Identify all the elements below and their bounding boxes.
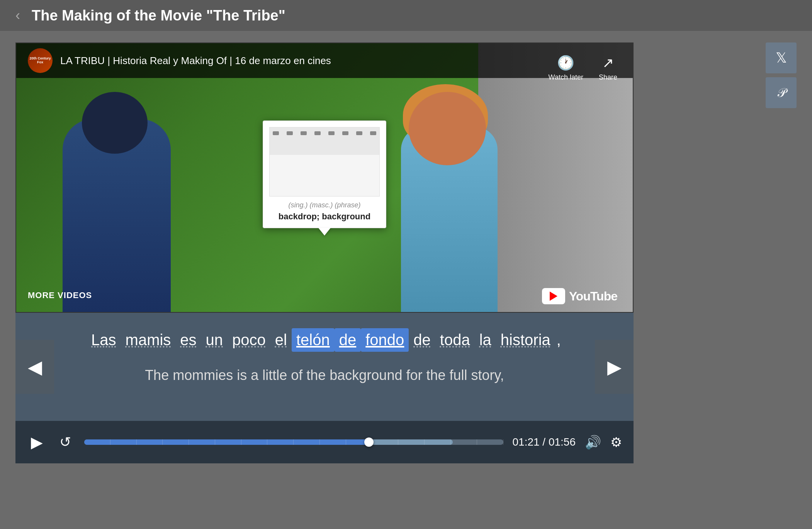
prev-subtitle-button[interactable]: ◀ bbox=[15, 340, 54, 394]
popup-image bbox=[269, 127, 380, 197]
tick bbox=[189, 439, 215, 445]
pinterest-button[interactable]: 𝒫 bbox=[766, 77, 797, 108]
twitter-icon: 𝕏 bbox=[776, 50, 787, 66]
time-total: 01:56 bbox=[549, 436, 576, 448]
studio-light bbox=[342, 131, 348, 135]
tick bbox=[267, 439, 294, 445]
next-subtitle-button[interactable]: ▶ bbox=[595, 340, 634, 394]
tick bbox=[398, 439, 425, 445]
figure-left-head bbox=[82, 92, 148, 154]
popup-definition: backdrop; background bbox=[269, 212, 380, 222]
page-title: The Making of the Movie "The Tribe" bbox=[32, 7, 285, 24]
channel-title: LA TRIBU | Historia Real y Making Of | 1… bbox=[60, 55, 331, 67]
time-separator: / bbox=[540, 436, 549, 448]
avatar-text: 20th Century Fox bbox=[29, 57, 51, 64]
figure-left bbox=[63, 119, 171, 312]
main-container: 20th Century Fox LA TRIBU | Historia Rea… bbox=[0, 31, 812, 475]
studio-light bbox=[273, 131, 279, 135]
time-display: 01:21 / 01:56 bbox=[513, 436, 576, 448]
word-definition-popup: (sing.) (masc.) (phrase) backdrop; backg… bbox=[263, 120, 386, 228]
tick bbox=[372, 439, 399, 445]
studio-light bbox=[287, 131, 293, 135]
video-wall bbox=[478, 43, 633, 312]
content-area: 20th Century Fox LA TRIBU | Historia Rea… bbox=[15, 42, 758, 463]
punctuation: , bbox=[555, 328, 562, 352]
twitter-button[interactable]: 𝕏 bbox=[766, 42, 797, 73]
play-button[interactable]: ▶ bbox=[27, 432, 46, 452]
figure-right bbox=[401, 127, 498, 312]
english-subtitle: The mommies is a little of the backgroun… bbox=[46, 367, 603, 383]
header: ‹ The Making of the Movie "The Tribe" bbox=[0, 0, 812, 31]
video-player[interactable]: 20th Century Fox LA TRIBU | Historia Rea… bbox=[15, 42, 634, 313]
tick bbox=[215, 439, 241, 445]
progress-handle[interactable] bbox=[364, 437, 374, 447]
studio-light bbox=[356, 131, 362, 135]
popup-arrow bbox=[318, 228, 331, 236]
watch-later-label: Watch later bbox=[549, 73, 583, 81]
tick bbox=[110, 439, 137, 445]
youtube-play-icon bbox=[550, 292, 557, 301]
youtube-icon bbox=[542, 288, 565, 304]
clock-icon: 🕐 bbox=[557, 55, 574, 71]
word-poco[interactable]: poco bbox=[228, 328, 270, 352]
tick bbox=[451, 439, 477, 445]
progress-ticks bbox=[84, 439, 503, 445]
studio-light bbox=[370, 131, 376, 135]
tick bbox=[84, 439, 110, 445]
tick bbox=[477, 439, 503, 445]
popup-word-type: (sing.) (masc.) (phrase) bbox=[269, 201, 380, 209]
word-fondo[interactable]: fondo bbox=[361, 328, 409, 352]
watch-later-button[interactable]: 🕐 Watch later bbox=[549, 55, 583, 81]
tick bbox=[163, 439, 189, 445]
word-de[interactable]: de bbox=[335, 328, 361, 352]
word-un[interactable]: un bbox=[201, 328, 228, 352]
word-la[interactable]: la bbox=[475, 328, 496, 352]
channel-avatar: 20th Century Fox bbox=[28, 48, 53, 73]
channel-bar: 20th Century Fox LA TRIBU | Historia Rea… bbox=[16, 43, 633, 78]
share-button[interactable]: ↗ Share bbox=[599, 55, 617, 81]
progress-bar[interactable] bbox=[84, 439, 503, 445]
pinterest-icon: 𝒫 bbox=[777, 86, 786, 100]
word-de2[interactable]: de bbox=[409, 328, 435, 352]
volume-button[interactable]: 🔊 bbox=[585, 434, 601, 450]
studio-lights bbox=[269, 131, 380, 135]
back-button[interactable]: ‹ bbox=[15, 8, 20, 22]
studio-light bbox=[301, 131, 307, 135]
youtube-logo: YouTube bbox=[542, 288, 617, 304]
word-toda[interactable]: toda bbox=[435, 328, 475, 352]
tick bbox=[241, 439, 268, 445]
replay-button[interactable]: ↺ bbox=[56, 432, 75, 452]
word-el[interactable]: el bbox=[270, 328, 292, 352]
settings-button[interactable]: ⚙ bbox=[610, 434, 622, 450]
spanish-subtitle: Las mamis es un poco el telón de fondo d… bbox=[46, 328, 603, 352]
figure-right-head bbox=[409, 92, 486, 165]
chevron-right-icon: ▶ bbox=[607, 356, 622, 378]
word-telon[interactable]: telón bbox=[292, 328, 335, 352]
tick bbox=[137, 439, 163, 445]
word-mamis[interactable]: mamis bbox=[121, 328, 176, 352]
controls-bar: ▶ ↺ bbox=[15, 421, 634, 463]
studio-light bbox=[314, 131, 321, 135]
video-frame: 20th Century Fox LA TRIBU | Historia Rea… bbox=[16, 43, 633, 312]
time-current: 01:21 bbox=[513, 436, 540, 448]
tick bbox=[320, 439, 346, 445]
studio-light bbox=[328, 131, 335, 135]
word-historia[interactable]: historia bbox=[496, 328, 555, 352]
tick bbox=[425, 439, 451, 445]
subtitle-area: ◀ ▶ Las mamis es un poco el telón de fon… bbox=[15, 313, 634, 421]
studio-floor bbox=[270, 155, 379, 196]
share-icon: ↗ bbox=[602, 55, 614, 71]
video-actions: 🕐 Watch later ↗ Share bbox=[549, 55, 617, 81]
word-es[interactable]: es bbox=[175, 328, 201, 352]
youtube-text: YouTube bbox=[569, 289, 617, 303]
more-videos-label: MORE VIDEOS bbox=[28, 290, 92, 300]
word-las[interactable]: Las bbox=[87, 328, 121, 352]
chevron-left-icon: ◀ bbox=[28, 356, 42, 378]
social-sidebar: 𝕏 𝒫 bbox=[766, 42, 797, 463]
tick bbox=[294, 439, 320, 445]
share-label: Share bbox=[599, 73, 617, 81]
